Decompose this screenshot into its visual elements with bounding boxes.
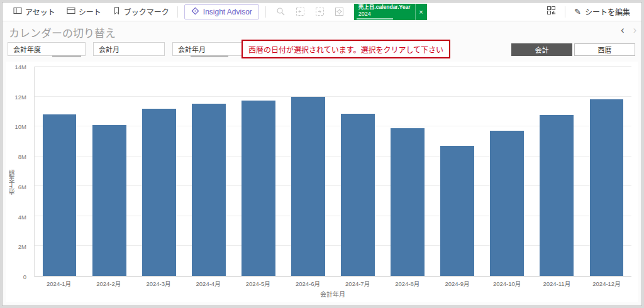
bar[interactable] — [291, 97, 325, 276]
bar[interactable] — [341, 114, 375, 276]
toolbar-separator — [565, 6, 565, 18]
selection-chip-calendar-year[interactable]: 売上日.calendar.Year 2024 × — [354, 4, 427, 20]
x-tick-label: 2024-6月 — [283, 279, 333, 288]
screen: アセット シート ブックマーク Insight Advisor — [0, 0, 644, 308]
filter-label: 会計年度 — [13, 44, 41, 54]
x-tick-label: 2024-7月 — [333, 279, 382, 288]
y-tick-label: 12M — [15, 93, 26, 100]
western-toggle-button[interactable]: 西暦 — [574, 43, 635, 56]
insight-advisor-label: Insight Advisor — [203, 8, 252, 16]
x-tick-label: 2024-11月 — [532, 279, 582, 288]
bar-column — [383, 67, 433, 276]
filter-label: 会計年月 — [178, 44, 206, 54]
next-sheet-icon: › — [633, 25, 636, 35]
y-tick-label: 8M — [18, 153, 26, 160]
bar-column — [532, 67, 582, 276]
bar[interactable] — [540, 115, 574, 276]
x-tick-label: 2024-4月 — [184, 279, 233, 288]
plot-area — [34, 67, 631, 277]
top-toolbar: アセット シート ブックマーク Insight Advisor — [3, 3, 641, 21]
assets-button[interactable]: アセット — [8, 3, 61, 21]
edit-sheet-button[interactable]: ✎ シートを編集 — [568, 3, 636, 21]
filter-fiscal-year[interactable]: 会計年度 — [8, 42, 86, 56]
alert-message: 西暦の日付が選択されています。選択をクリアして下さい — [242, 40, 450, 58]
smart-search-icon[interactable] — [276, 7, 286, 16]
bar[interactable] — [242, 101, 275, 276]
bar[interactable] — [92, 125, 126, 276]
sales-bar-chart: 売上金額 02M4M6M8M10M12M14M 2024-1月2024-2月20… — [6, 62, 638, 302]
sheet-navigation: ‹ › — [621, 25, 636, 35]
insight-advisor-button[interactable]: Insight Advisor — [184, 4, 259, 19]
bar-column — [582, 67, 631, 276]
sheet-icon — [67, 6, 75, 17]
assets-label: アセット — [25, 6, 55, 17]
x-tick-label: 2024-1月 — [34, 279, 84, 288]
selections-tool-icon[interactable] — [335, 7, 344, 16]
bar-column — [333, 67, 382, 276]
x-tick-label: 2024-5月 — [233, 279, 283, 288]
bar[interactable] — [490, 131, 524, 276]
filter-panes: 会計年度 会計月 会計年月 — [8, 42, 244, 56]
sheet-header: カレンダーの切り替え ‹ › — [3, 21, 641, 39]
selection-chip-field: 売上日.calendar.Year — [358, 4, 411, 11]
bar-column — [134, 67, 184, 276]
bar[interactable] — [192, 104, 226, 276]
alert-message-text: 西暦の日付が選択されています。選択をクリアして下さい — [248, 44, 443, 55]
bar-column — [184, 67, 233, 276]
assets-panel-icon — [13, 6, 22, 17]
bar-column — [233, 67, 283, 276]
sheet-title: カレンダーの切り替え — [9, 28, 116, 40]
y-tick-label: 2M — [18, 243, 26, 250]
x-tick-label: 2024-2月 — [84, 279, 133, 288]
x-tick-label: 2024-8月 — [382, 279, 432, 288]
step-forward-selection-icon[interactable] — [315, 7, 325, 16]
x-axis-title: 会計年月 — [34, 289, 631, 299]
x-tick-label: 2024-12月 — [582, 279, 631, 288]
app-objects-icon[interactable] — [540, 6, 562, 18]
toolbar-separator — [265, 6, 266, 18]
y-tick-label: 6M — [18, 183, 26, 190]
sheet-button[interactable]: シート — [61, 3, 107, 21]
selection-tools — [269, 7, 352, 16]
prev-sheet-icon[interactable]: ‹ — [621, 25, 624, 35]
clear-selection-icon[interactable]: × — [415, 4, 427, 20]
fiscal-toggle-button[interactable]: 会計 — [511, 43, 572, 56]
bar-column — [433, 67, 482, 276]
calendar-toggle-group: 会計 西暦 — [511, 43, 635, 56]
edit-sheet-label: シートを編集 — [585, 6, 630, 17]
toolbar-separator — [177, 6, 178, 18]
bookmark-button[interactable]: ブックマーク — [107, 3, 175, 21]
y-tick-label: 14M — [15, 63, 26, 70]
bar-column — [482, 67, 532, 276]
bookmark-label: ブックマーク — [124, 6, 169, 17]
bar[interactable] — [43, 114, 77, 276]
filter-fiscal-month[interactable]: 会計月 — [93, 42, 165, 56]
y-ticks: 02M4M6M8M10M12M14M — [6, 67, 31, 277]
bar[interactable] — [391, 128, 425, 276]
x-tick-label: 2024-3月 — [133, 279, 183, 288]
bar[interactable] — [440, 146, 474, 276]
filter-fiscal-year-month[interactable]: 会計年月 — [172, 42, 244, 56]
toolbar-right: ✎ シートを編集 — [540, 3, 636, 21]
bar-column — [283, 67, 333, 276]
y-tick-label: 10M — [15, 123, 26, 130]
x-tick-label: 2024-9月 — [432, 279, 482, 288]
x-tick-label: 2024-10月 — [482, 279, 532, 288]
pencil-icon: ✎ — [574, 7, 581, 16]
bookmark-icon — [113, 6, 121, 17]
bar[interactable] — [142, 109, 176, 276]
controls-row: 会計年度 会計月 会計年月 西暦の日付が選択されています。選択をクリアして下さい… — [3, 39, 641, 62]
y-tick-label: 0 — [23, 273, 26, 280]
y-tick-label: 4M — [18, 213, 26, 220]
selection-progress-bar — [357, 18, 393, 19]
filter-scrollbar — [191, 55, 228, 57]
insight-advisor-icon — [191, 7, 199, 17]
sheet-label: シート — [79, 6, 101, 17]
bars — [35, 67, 631, 276]
selection-chip-value: 2024 — [358, 11, 411, 17]
filter-label: 会計月 — [99, 44, 119, 54]
bar-column — [84, 67, 134, 276]
step-back-selection-icon[interactable] — [296, 7, 305, 16]
bar[interactable] — [590, 99, 624, 276]
filter-scrollbar — [52, 55, 81, 57]
